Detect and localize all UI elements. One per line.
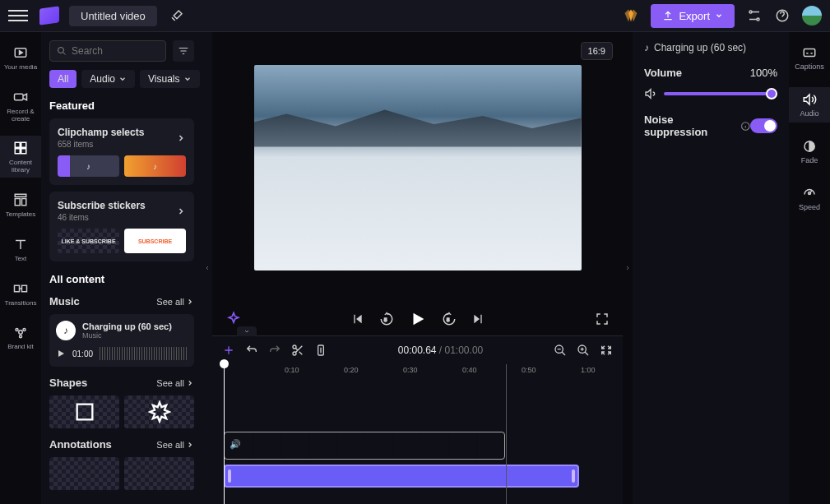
- svg-rect-13: [22, 285, 27, 292]
- rnav-speed[interactable]: Speed: [789, 181, 830, 216]
- music-item[interactable]: ♪ Charging up (60 sec) Music 01:00: [49, 314, 194, 367]
- audio-thumb[interactable]: ♪: [58, 155, 119, 177]
- ai-sparkle-button[interactable]: [225, 311, 242, 327]
- text-icon: [12, 235, 30, 253]
- aspect-ratio-selector[interactable]: 16:9: [581, 42, 613, 60]
- nav-brand-kit[interactable]: Brand kit: [0, 320, 41, 354]
- nav-transitions[interactable]: Transitions: [0, 276, 41, 311]
- magic-icon[interactable]: [169, 7, 185, 24]
- cursor-marker: [506, 364, 507, 504]
- see-all-annotations[interactable]: See all: [156, 440, 194, 450]
- video-preview[interactable]: [254, 65, 582, 270]
- svg-point-17: [20, 335, 22, 338]
- tab-audio[interactable]: Audio: [81, 70, 135, 88]
- play-icon[interactable]: [56, 349, 66, 358]
- video-clip[interactable]: 🔊: [224, 432, 505, 460]
- svg-rect-19: [77, 405, 92, 420]
- audio-thumb[interactable]: ♪: [124, 155, 186, 177]
- card-subscribe-stickers[interactable]: Subscribe stickers 46 items LIKE & SUBSC…: [49, 192, 194, 261]
- settings-icon[interactable]: [746, 7, 763, 24]
- rnav-audio[interactable]: Audio: [789, 87, 830, 123]
- export-button[interactable]: Export: [651, 4, 735, 28]
- nav-your-media[interactable]: Your media: [0, 40, 41, 75]
- media-icon: [12, 44, 30, 62]
- playback-controls: 5 5: [212, 303, 623, 335]
- volume-value: 100%: [750, 67, 777, 79]
- see-all-shapes[interactable]: See all: [156, 378, 194, 388]
- svg-rect-4: [15, 94, 24, 100]
- music-note-icon: ♪: [56, 321, 76, 340]
- svg-point-22: [293, 345, 296, 349]
- audio-clip[interactable]: [224, 465, 579, 488]
- help-icon[interactable]: [774, 7, 791, 24]
- card-clipchamp-selects[interactable]: Clipchamp selects 658 items ♪ ♪: [49, 118, 194, 185]
- zoom-out-icon[interactable]: [554, 344, 567, 357]
- speaker-icon[interactable]: [644, 87, 657, 100]
- project-title[interactable]: Untitled video: [69, 6, 157, 26]
- nav-record-create[interactable]: Record & create: [0, 85, 41, 127]
- step-back-icon[interactable]: 5: [379, 312, 394, 326]
- timeline-tracks[interactable]: 🔊: [222, 381, 623, 504]
- search-input[interactable]: [72, 45, 159, 57]
- shape-thumb[interactable]: [49, 395, 119, 428]
- left-nav-rail: Your media Record & create Content libra…: [0, 32, 41, 504]
- nav-content-library[interactable]: Content library: [0, 136, 41, 178]
- skip-forward-icon[interactable]: [471, 312, 485, 326]
- undo-icon[interactable]: [245, 344, 258, 357]
- svg-point-16: [23, 329, 26, 331]
- scissors-icon[interactable]: [291, 344, 304, 357]
- premium-icon[interactable]: [623, 7, 639, 24]
- timeline-timecode: 00:00.64 / 01:00.00: [398, 344, 483, 356]
- music-note-icon: ♪: [153, 162, 157, 171]
- preview-area: 16:9: [212, 32, 623, 303]
- speed-icon: [801, 186, 818, 201]
- svg-text:5: 5: [384, 317, 387, 322]
- right-nav-rail: Captions Audio Fade Speed: [789, 32, 830, 504]
- library-icon: [12, 139, 30, 157]
- chevron-right-icon: [176, 206, 186, 216]
- svg-rect-8: [21, 149, 26, 154]
- chevron-left-icon: [204, 265, 211, 271]
- sticker-thumb[interactable]: LIKE & SUBSCRIBE: [58, 229, 119, 253]
- sticker-thumb[interactable]: SUBSCRIBE: [124, 229, 186, 253]
- add-sparkle-icon[interactable]: [222, 344, 235, 357]
- zoom-in-icon[interactable]: [577, 344, 590, 357]
- timeline-collapse-tab[interactable]: [237, 326, 257, 336]
- tab-visuals[interactable]: Visuals: [140, 70, 199, 88]
- fullscreen-button[interactable]: [595, 312, 610, 326]
- skip-back-icon[interactable]: [351, 312, 364, 326]
- svg-rect-12: [15, 285, 20, 292]
- noise-suppression-toggle[interactable]: [750, 118, 777, 133]
- step-forward-icon[interactable]: 5: [442, 312, 457, 326]
- nav-text[interactable]: Text: [0, 232, 41, 266]
- timeline-ruler[interactable]: 0:10 0:20 0:30 0:40 0:50 1:00: [222, 364, 623, 381]
- svg-point-18: [58, 48, 63, 53]
- search-input-wrapper[interactable]: [49, 40, 166, 62]
- filter-button[interactable]: [173, 40, 194, 62]
- redo-icon[interactable]: [268, 344, 281, 357]
- svg-rect-11: [22, 198, 26, 205]
- menu-button[interactable]: [8, 6, 28, 25]
- card-title: Clipchamp selects: [58, 127, 144, 138]
- playhead[interactable]: [224, 364, 225, 504]
- split-clip-icon[interactable]: [314, 344, 327, 357]
- fit-icon[interactable]: [600, 344, 613, 357]
- volume-slider[interactable]: [664, 92, 777, 95]
- shape-thumb[interactable]: [124, 395, 194, 428]
- audio-icon: [801, 92, 818, 107]
- collapse-library-handle[interactable]: [202, 32, 212, 504]
- see-all-music[interactable]: See all: [156, 297, 194, 307]
- user-avatar[interactable]: [802, 6, 822, 25]
- nav-templates[interactable]: Templates: [0, 187, 41, 222]
- annotation-thumb[interactable]: [49, 457, 119, 490]
- info-icon[interactable]: [740, 121, 751, 132]
- chevron-right-icon: [186, 379, 194, 387]
- tab-all[interactable]: All: [49, 70, 77, 88]
- search-icon: [57, 45, 67, 57]
- annotation-thumb[interactable]: [124, 457, 194, 490]
- expand-properties-handle[interactable]: [623, 32, 633, 504]
- selected-clip-name: Charging up (60 sec): [654, 42, 746, 53]
- rnav-captions[interactable]: Captions: [789, 40, 830, 76]
- rnav-fade[interactable]: Fade: [789, 134, 830, 169]
- play-button[interactable]: [409, 310, 427, 328]
